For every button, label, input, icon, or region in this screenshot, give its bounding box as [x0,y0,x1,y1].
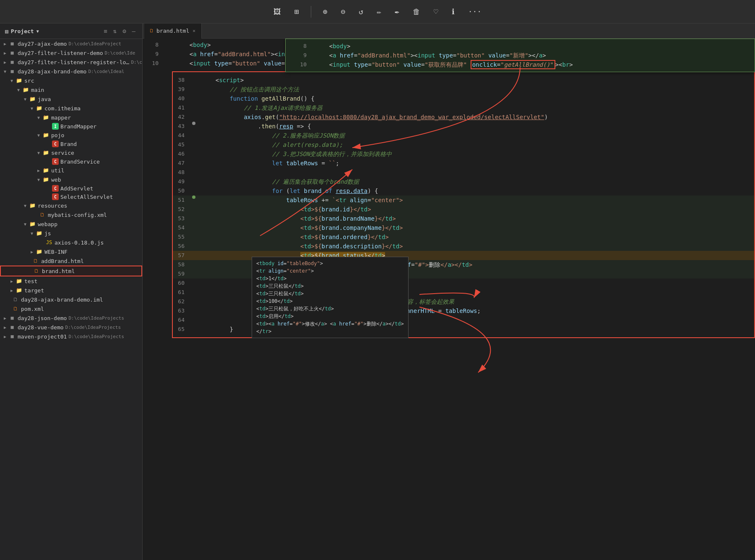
tree-label: java [38,96,51,102]
code-content: 8 <body> 9 <a href="addBrand.html"><inpu… [143,39,755,340]
toolbar-icon-zoom-in[interactable]: ⊕ [320,5,331,18]
toolbar-icon-more[interactable]: ··· [465,5,485,18]
popup-line-code-9: <a href="addBrand.html"><input type="but… [312,51,750,60]
line-number-10: 10 [143,59,164,68]
tree-item-java[interactable]: ▼ 📁 java [0,94,142,104]
sidebar-action-collapse[interactable]: ≡ [102,27,109,35]
toolbar-icon-refresh[interactable]: ↺ [355,5,367,18]
tree-arrow: ▶ [2,325,8,330]
tree-arrow: ▶ [8,288,15,293]
class-icon: C [52,141,59,147]
folder-icon: ■ [8,49,16,57]
tree-item-BrandMapper[interactable]: I BrandMapper [0,122,142,130]
tree-item-util[interactable]: ▶ 📁 util [0,166,142,175]
tree-item-service[interactable]: ▼ 📁 service [0,148,142,157]
tree-item-day27-filter-listener-demo[interactable]: ▶ ■ day27-filter-listener-demo D:\code\I… [0,48,142,57]
code-line-55: 55 <td>${brand.ordered}</td> [173,232,754,242]
toolbar-icon-delete[interactable]: 🗑 [409,5,424,18]
line-number-63: 63 [173,306,190,315]
tree-label: day28-ajax-brand-demo [18,68,86,75]
tab-close-button[interactable]: ✕ [192,27,196,34]
tree-arrow: ▼ [35,115,42,120]
folder-icon: 📁 [22,86,29,94]
sidebar-action-sort[interactable]: ⇅ [112,27,118,35]
tree-label: util [51,167,64,174]
sidebar-dropdown-icon[interactable]: ▼ [36,29,39,34]
line-code-44: // 2.服务器响应JSON数据 [198,131,754,140]
line-code-54: <td>${brand.companyName}</td> [198,223,754,232]
tbody-popup-line-3: <td>1</td> [256,275,404,282]
folder-icon: 📁 [35,104,43,112]
line-number-51: 51 [173,195,190,205]
line-code-41: // 1.发送Ajax请求给服务器 [198,103,754,112]
folder-icon: ■ [8,40,16,47]
folder-icon: 📁 [35,229,43,237]
line-number-45: 45 [173,140,190,149]
tree-item-test[interactable]: ▶ 📁 test [0,276,142,286]
line-code-45: // alert(resp.data); [198,140,754,149]
toolbar-icon-info[interactable]: ℹ [448,5,458,18]
tree-item-maven-project01[interactable]: ▶ ■ maven-project01 D:\code\IdeaProjects [0,332,142,341]
tree-path: D:\code\IdeaProjects [68,315,124,321]
tree-item-com-itheima[interactable]: ▼ 📁 com.itheima [0,104,142,113]
tree-item-web[interactable]: ▼ 📁 web [0,175,142,184]
tree-item-mybatis-config[interactable]: 🗋 mybatis-config.xml [0,210,142,219]
tree-item-day28-vue-demo[interactable]: ▶ ■ day28-vue-demo D:\code\IdeaProjects [0,323,142,332]
editor-tab-brand-html[interactable]: 🗋 brand.html ✕ [144,23,202,39]
tbody-popup-line-1: <tbody id="tableBody"> [256,260,404,267]
tree-item-src[interactable]: ▼ 📁 src [0,76,142,85]
interface-icon: I [52,123,59,130]
code-line-44: 44 // 2.服务器响应JSON数据 [173,131,754,140]
tree-item-mapper[interactable]: ▼ 📁 mapper [0,113,142,122]
tree-item-webinf[interactable]: ▶ 📁 WEB-INF [0,247,142,256]
tree-item-day27-filter-register[interactable]: ▶ ■ day27-filter-listener-register-login… [0,57,142,67]
line-code-53: <td>${brand.brandName}</td> [198,214,754,223]
sidebar-action-settings[interactable]: ⚙ [121,27,128,35]
toolbar-icon-favorite[interactable]: ♡ [430,5,442,18]
tree-item-AddServlet[interactable]: C AddServlet [0,184,142,193]
tree-item-day27-ajax-demo[interactable]: ▶ ■ day27-ajax-demo D:\code\IdeaProject [0,39,142,48]
line-code-38: <script> [198,76,754,85]
tree-item-webapp[interactable]: ▼ 📁 webapp [0,219,142,229]
tree-arrow: ▶ [35,168,42,173]
line-code-39: // 按钮点击调用这个方法 [198,85,754,94]
tree-item-iml[interactable]: 🗋 day28-ajax-brand-demo.iml [0,295,142,304]
tree-label: SelectAllServlet [60,194,113,200]
tree-arrow: ▶ [2,334,8,339]
xml-icon: 🗋 [12,305,19,313]
tab-file-icon: 🗋 [149,28,154,34]
tree-item-resources[interactable]: ▼ 📁 resources [0,201,142,210]
xml-icon: 🗋 [39,211,46,219]
tree-arrow: ▶ [2,316,8,320]
tree-item-day28-ajax-brand-demo[interactable]: ▼ ■ day28-ajax-brand-demo D:\code\Ideal [0,67,142,76]
code-line-54: 54 <td>${brand.companyName}</td> [173,223,754,232]
iml-icon: 🗋 [12,296,19,303]
toolbar-icon-edit1[interactable]: ✏ [373,5,385,18]
toolbar-icon-edit2[interactable]: ✒ [391,5,403,18]
code-line-39: 39 // 按钮点击调用这个方法 [173,85,754,94]
tree-item-SelectAllServlet[interactable]: C SelectAllServlet [0,193,142,201]
tree-item-target[interactable]: ▶ 📁 target [0,286,142,295]
tree-item-js[interactable]: ▼ 📁 js [0,229,142,238]
line-code-42: axios.get("http://localhost:8080/day28_a… [198,112,754,122]
code-editor[interactable]: 8 <body> 9 <a href="addBrand.html"><inpu… [143,39,755,560]
tree-item-Brand[interactable]: C Brand [0,140,142,148]
tree-item-main[interactable]: ▼ 📁 main [0,85,142,94]
tree-item-brand-html[interactable]: 🗋 brand.html [0,266,142,276]
tree-label: day27-ajax-demo [18,41,67,47]
tree-item-pom[interactable]: 🗋 pom.xml [0,304,142,313]
tree-path: D:\code\IdeaProjects [65,325,121,330]
tree-item-BrandService[interactable]: C BrandService [0,157,142,166]
tree-item-day28-json-demo[interactable]: ▶ ■ day28-json-demo D:\code\IdeaProjects [0,313,142,323]
sidebar-action-minimize[interactable]: — [130,27,137,35]
tree-arrow: ▶ [2,51,8,55]
line-number-46: 46 [173,149,190,159]
tree-item-axios[interactable]: JS axios-0.18.0.js [0,238,142,247]
tree-item-addBrand[interactable]: 🗋 addBrand.html [0,256,142,266]
tree-path: D:\code\Ide [105,50,135,56]
toolbar-icon-image[interactable]: 🖼 [270,5,284,18]
toolbar-icon-grid[interactable]: ⊞ [291,5,302,18]
toolbar-icon-zoom-out[interactable]: ⊖ [337,5,349,18]
tree-item-pojo[interactable]: ▼ 📁 pojo [0,130,142,140]
code-line-47: 47 let tableRows = ``; [173,159,754,168]
